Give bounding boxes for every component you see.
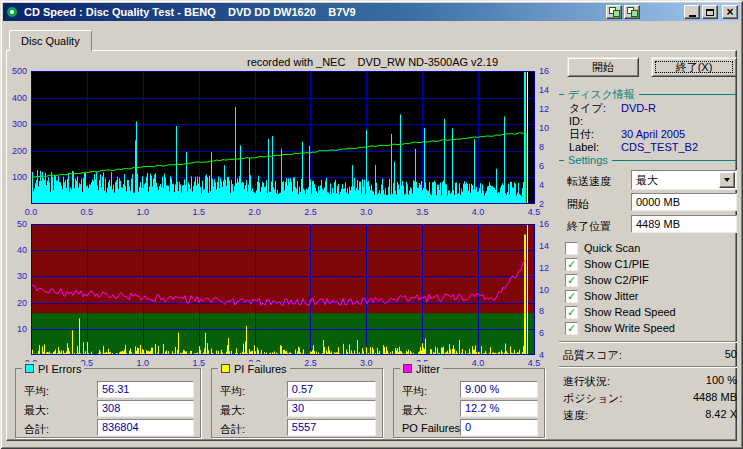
minimize-button[interactable] — [684, 5, 700, 19]
stat-label: 合計: — [220, 422, 245, 437]
position-value: 4488 MB — [693, 391, 737, 406]
separator — [559, 341, 737, 343]
end-position-input[interactable] — [631, 215, 737, 233]
y-axis-right-tick: 16 — [539, 66, 555, 76]
disc-hole — [10, 10, 14, 14]
app-icon — [5, 5, 19, 19]
y-axis-right-tick: 16 — [539, 219, 555, 229]
speed-row: 速度: 8.42 X — [563, 408, 737, 423]
copy-graph-button[interactable] — [606, 5, 622, 19]
x-axis-tick: 4.5 — [525, 207, 543, 217]
series-color-swatch — [25, 364, 34, 373]
dropdown-button[interactable] — [719, 172, 735, 188]
stats-panel-jitter: Jitter平均:9.00 %最大:12.2 %PO Failures:0 — [393, 368, 545, 438]
stats-panel-header: PI Failures — [218, 362, 290, 375]
checkbox-label: Show Jitter — [584, 290, 638, 302]
y-axis-right-tick: 12 — [539, 263, 555, 273]
checkbox-show-write-speed[interactable]: ✓Show Write Speed — [565, 320, 739, 336]
speed-label: 速度: — [563, 408, 588, 423]
progress-row: 進行状況: 100 % — [563, 374, 737, 389]
titlebar[interactable]: CD Speed : Disc Quality Test - BENQ DVD … — [3, 3, 740, 21]
y-axis-tick: 400 — [7, 93, 27, 103]
separator — [559, 366, 737, 368]
chevron-down-icon — [724, 178, 730, 182]
checkbox-label: Show C2/PIF — [584, 274, 649, 286]
checkbox-box[interactable]: ✓ — [565, 322, 578, 335]
stat-label: 平均: — [402, 384, 427, 399]
start-position-input[interactable] — [631, 193, 737, 211]
position-row: ポジション: 4488 MB — [563, 391, 737, 406]
x-axis-tick: 4.5 — [525, 358, 543, 368]
y-axis-right-tick: 12 — [539, 104, 555, 114]
progress-label: 進行状況: — [563, 374, 610, 389]
exit-button-label: 終了(X) — [676, 60, 713, 75]
checkbox-show-jitter[interactable]: ✓Show Jitter — [565, 288, 739, 304]
copy-icon — [609, 7, 620, 17]
settings-section-title: Settings — [568, 154, 608, 166]
transfer-speed-select[interactable]: 最大 — [631, 170, 737, 190]
minimize-icon — [689, 15, 696, 17]
checkbox-label: Quick Scan — [584, 242, 640, 254]
x-axis-tick: 1.0 — [134, 358, 152, 368]
options-checkbox-list: Quick Scan✓Show C1/PIE✓Show C2/PIF✓Show … — [565, 240, 739, 336]
checkbox-show-read-speed[interactable]: ✓Show Read Speed — [565, 304, 739, 320]
position-label: ポジション: — [563, 391, 622, 406]
checkbox-box[interactable]: ✓ — [565, 290, 578, 303]
close-button[interactable]: × — [722, 5, 738, 19]
end-position-label: 終了位置 — [567, 219, 611, 234]
checkbox-show-c1-pie[interactable]: ✓Show C1/PIE — [565, 256, 739, 272]
checkbox-box[interactable]: ✓ — [565, 274, 578, 287]
tab-disc-quality[interactable]: Disc Quality — [9, 30, 92, 51]
stat-label: 合計: — [24, 422, 49, 437]
checkbox-show-c2-pif[interactable]: ✓Show C2/PIF — [565, 272, 739, 288]
x-axis-tick: 3.0 — [357, 358, 375, 368]
y-axis-right-tick: 6 — [539, 328, 555, 338]
checkbox-box[interactable] — [565, 242, 578, 255]
x-axis-tick: 1.5 — [190, 207, 208, 217]
stat-label: 最大: — [402, 403, 427, 418]
tab-label: Disc Quality — [21, 35, 80, 47]
start-button-label: 開始 — [592, 60, 614, 75]
stat-value: 12.2 % — [460, 400, 538, 417]
y-axis-tick: 20 — [7, 298, 27, 308]
checkbox-box[interactable]: ✓ — [565, 258, 578, 271]
stats-panel-title: PI Errors — [38, 363, 81, 375]
stat-label: 平均: — [220, 384, 245, 399]
quality-score-row: 品質スコア: 50 — [563, 348, 737, 363]
stat-value: 308 — [97, 400, 194, 417]
save-graph-button[interactable] — [624, 5, 640, 19]
stats-panel-header: PI Errors — [22, 362, 84, 375]
maximize-button[interactable] — [702, 5, 718, 19]
y-axis-right-tick: 10 — [539, 123, 555, 133]
x-axis-tick: 4.0 — [469, 358, 487, 368]
x-axis-tick: 0.0 — [22, 207, 40, 217]
speed-value: 8.42 X — [705, 408, 737, 423]
disc-info-list: タイプ:DVD-RID:日付:30 April 2005Label:CDS_TE… — [569, 98, 737, 152]
stats-panel-pi-failures: PI Failures平均:0.57最大:30合計:5557 — [211, 368, 383, 438]
disc-info-value: DVD-R — [621, 102, 656, 114]
stats-panel-header: Jitter — [400, 362, 443, 375]
disc-info-label: Label: — [569, 141, 621, 153]
x-axis-tick: 2.0 — [246, 207, 264, 217]
series-color-swatch — [403, 364, 412, 373]
start-button[interactable]: 開始 — [567, 57, 639, 77]
y-axis-tick: 10 — [7, 324, 27, 334]
section-line — [559, 94, 564, 95]
x-axis-tick: 0.5 — [78, 207, 96, 217]
stats-panel-pi-errors: PI Errors平均:56.31最大:308合計:836804 — [15, 368, 201, 438]
stat-value: 5557 — [287, 419, 376, 436]
checkbox-box[interactable]: ✓ — [565, 306, 578, 319]
stat-value: 56.31 — [97, 381, 194, 398]
y-axis-right-tick: 14 — [539, 241, 555, 251]
y-axis-right-tick: 8 — [539, 306, 555, 316]
exit-button[interactable]: 終了(X) — [651, 57, 737, 77]
checkbox-quick-scan[interactable]: Quick Scan — [565, 240, 739, 256]
stat-label: PO Failures: — [402, 422, 463, 434]
x-axis-tick: 1.0 — [134, 207, 152, 217]
stat-value: 0.57 — [287, 381, 376, 398]
disc-info-row: Label:CDS_TEST_B2 — [569, 137, 698, 150]
x-axis-tick: 3.0 — [357, 207, 375, 217]
stat-value: 836804 — [97, 419, 194, 436]
stat-label: 最大: — [220, 403, 245, 418]
y-axis-tick: 300 — [7, 119, 27, 129]
